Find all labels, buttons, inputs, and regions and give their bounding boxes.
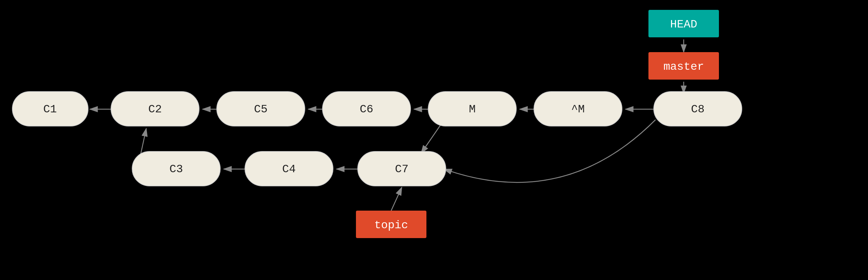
background	[0, 0, 868, 280]
commit-hm-label: ^M	[571, 103, 585, 116]
commit-c5-label: C5	[254, 103, 267, 116]
head-label: HEAD	[670, 18, 697, 31]
commit-c3-label: C3	[170, 163, 183, 176]
commit-m-label: M	[469, 103, 475, 116]
commit-c1-label: C1	[43, 103, 57, 116]
commit-c7-label: C7	[395, 163, 408, 176]
commit-c6-label: C6	[360, 103, 373, 116]
commit-c4-label: C4	[282, 163, 296, 176]
commit-c2-label: C2	[148, 103, 162, 116]
topic-label: topic	[374, 219, 408, 232]
master-label: master	[663, 60, 704, 73]
commit-c8-label: C8	[691, 103, 704, 116]
